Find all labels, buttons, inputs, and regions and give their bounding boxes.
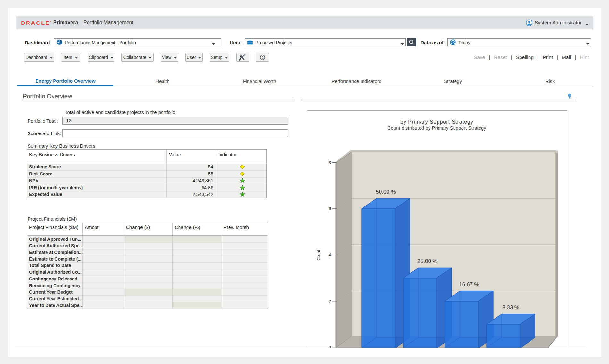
svg-text:Count: Count	[316, 250, 321, 260]
svg-text:50.00 %: 50.00 %	[376, 189, 396, 195]
svg-text:8: 8	[329, 160, 331, 165]
svg-text:2: 2	[329, 298, 331, 304]
svg-text:25.00 %: 25.00 %	[417, 258, 437, 264]
svg-text:by Primary Support Strategy: by Primary Support Strategy	[400, 119, 473, 125]
svg-text:?: ?	[261, 55, 263, 60]
svg-text:Count distributed by Primary S: Count distributed by Primary Support Str…	[388, 125, 486, 131]
svg-text:0: 0	[329, 344, 331, 348]
svg-text:8.33 %: 8.33 %	[502, 304, 519, 311]
svg-text:6: 6	[329, 206, 331, 211]
svg-text:16.67 %: 16.67 %	[459, 281, 479, 287]
svg-text:4: 4	[329, 252, 331, 257]
